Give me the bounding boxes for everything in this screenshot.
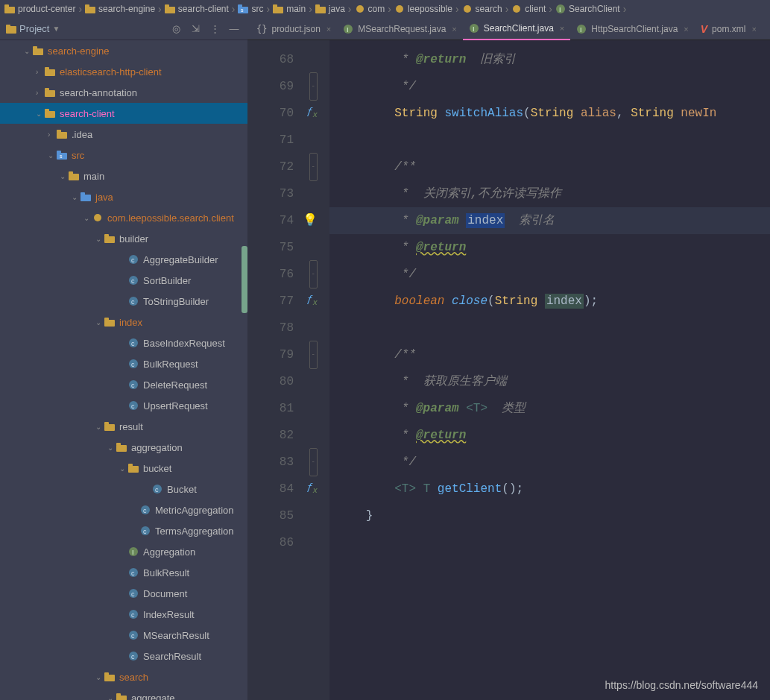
code-line[interactable] (329, 529, 770, 556)
tree-item[interactable]: ⌄index (0, 312, 247, 332)
tree-item[interactable]: cBucket (0, 479, 247, 499)
fold-icon[interactable]: - (309, 341, 318, 369)
bulb-icon[interactable]: 💡 (303, 207, 318, 234)
fold-icon[interactable]: - (309, 153, 318, 181)
breadcrumb-item[interactable]: search (462, 4, 502, 14)
tree-item[interactable]: cIndexResult (0, 604, 247, 625)
tree-item[interactable]: IAggregation (0, 541, 247, 562)
editor-tab[interactable]: ISearchClient.java× (463, 18, 571, 40)
target-icon[interactable]: ◎ (168, 22, 183, 37)
tree-item[interactable]: ›elasticsearch-http-client (0, 61, 247, 82)
fold-icon[interactable]: - (309, 448, 318, 476)
code-line[interactable]: String switchAlias(String alias, String … (329, 100, 770, 127)
close-icon[interactable]: × (560, 24, 564, 33)
code-line[interactable]: * @return (329, 234, 770, 261)
tree-label: DeleteRequest (143, 379, 207, 391)
code-line[interactable]: * 关闭索引,不允许读写操作 (329, 180, 770, 207)
tree-label: MSearchResult (143, 630, 209, 641)
code-line[interactable]: boolean close(String index); (329, 288, 770, 315)
tree-item[interactable]: cAggregateBuilder (0, 249, 247, 270)
line-number: 75 (247, 234, 324, 261)
tree-item[interactable]: cBaseIndexRequest (0, 332, 247, 353)
tree-item[interactable]: ⌄builder (0, 228, 247, 249)
code-line[interactable]: */ (329, 261, 770, 288)
editor-tab[interactable]: {}product.json× (250, 18, 337, 40)
editor-tab[interactable]: IMSearchRequest.java× (337, 18, 463, 40)
breadcrumb-item[interactable]: com (355, 4, 385, 14)
tree-scrollbar[interactable] (242, 82, 247, 700)
breadcrumb-item[interactable]: ssrc (238, 4, 263, 14)
tree-item[interactable]: cToStringBuilder (0, 291, 247, 312)
line-number: 72- (247, 154, 324, 180)
code-line[interactable]: * @param index 索引名 (329, 207, 770, 234)
tree-item[interactable]: cDeleteRequest (0, 374, 247, 395)
close-icon[interactable]: × (452, 25, 456, 34)
tree-item[interactable]: cUpsertRequest (0, 395, 247, 416)
close-icon[interactable]: × (751, 25, 756, 34)
tree-item[interactable]: cTermsAggregation (0, 520, 247, 541)
collapse-icon[interactable]: ⇲ (188, 22, 203, 37)
code-line[interactable] (329, 127, 770, 154)
code-line[interactable]: */ (329, 449, 770, 476)
tree-item[interactable]: ⌄aggregation (0, 437, 247, 458)
svg-rect-9 (273, 7, 283, 13)
breadcrumb-item[interactable]: search-engine (85, 4, 155, 14)
tree-item[interactable]: cBulkRequest (0, 353, 247, 374)
menu-icon[interactable]: ⋮ (207, 22, 222, 37)
tree-item[interactable]: cMetricAggregation (0, 499, 247, 520)
code-line[interactable] (329, 315, 770, 341)
tree-item[interactable]: ⌄com.leepossible.search.client (0, 207, 247, 228)
tree-item[interactable]: ⌄search (0, 666, 247, 687)
tree-item[interactable]: cMSearchResult (0, 625, 247, 646)
breadcrumb-item[interactable]: leepossible (394, 4, 452, 14)
tree-item[interactable]: ⌄bucket (0, 458, 247, 479)
editor-tab[interactable]: Vpom.xml× (695, 18, 763, 40)
close-icon[interactable]: × (326, 25, 331, 34)
breadcrumb-item[interactable]: search-client (165, 4, 229, 14)
tree-item[interactable]: ⌄result (0, 416, 247, 437)
project-selector[interactable]: Project ▼ (6, 23, 60, 34)
project-tree[interactable]: ⌄search-engine›elasticsearch-http-client… (0, 40, 247, 700)
code-line[interactable]: <T> T getClient(); (329, 476, 770, 502)
tree-item[interactable]: ⌄ssrc (0, 145, 247, 165)
tree-item[interactable]: ⌄java (0, 186, 247, 207)
breadcrumb-item[interactable]: ISearchClient (555, 4, 620, 14)
svg-rect-25 (45, 90, 55, 97)
code-line[interactable]: /** (329, 154, 770, 180)
fold-icon[interactable]: - (309, 72, 318, 101)
tree-item[interactable]: ⌄aggregate (0, 687, 247, 700)
code-line[interactable]: */ (329, 73, 770, 100)
line-number: 82 (247, 422, 324, 449)
tree-item[interactable]: ⌄search-engine (0, 40, 247, 61)
breadcrumb-item[interactable]: product-center (4, 4, 75, 14)
code-line[interactable]: /** (329, 341, 770, 368)
tree-item[interactable]: cBulkResult (0, 562, 247, 583)
tree-item[interactable]: cSearchResult (0, 646, 247, 666)
close-icon[interactable]: × (684, 25, 688, 34)
tree-label: TermsAggregation (155, 526, 234, 537)
fold-icon[interactable]: - (309, 260, 318, 288)
breadcrumb-item[interactable]: java (315, 4, 345, 14)
breadcrumb-item[interactable]: main (273, 4, 306, 14)
editor-tab[interactable]: IHttpSearchClient.java× (570, 18, 695, 40)
breadcrumb-item[interactable]: client (511, 4, 546, 14)
code-line[interactable]: * @param <T> 类型 (329, 395, 770, 422)
tree-item[interactable]: ⌄main (0, 165, 247, 186)
tree-item[interactable]: ›search-annotation (0, 82, 247, 103)
class-icon: c (128, 296, 139, 306)
code-line[interactable]: } (329, 502, 770, 529)
tree-item[interactable]: ⌄search-client (0, 103, 247, 124)
code-content[interactable]: * @return 旧索引 */ String switchAlias(Stri… (329, 40, 770, 700)
code-line[interactable]: * @return (329, 422, 770, 449)
minimize-icon[interactable]: — (227, 22, 242, 37)
folder-icon (85, 4, 95, 13)
implement-icon[interactable]: ƒx (307, 286, 318, 316)
code-line[interactable]: * 获取原生客户端 (329, 368, 770, 395)
implement-icon[interactable]: ƒx (307, 474, 318, 504)
tree-item[interactable]: cDocument (0, 583, 247, 604)
tree-item[interactable]: cSortBuilder (0, 270, 247, 291)
code-line[interactable]: * @return 旧索引 (329, 46, 770, 73)
implement-icon[interactable]: ƒx (307, 98, 318, 128)
tree-item[interactable]: ›.idea (0, 124, 247, 145)
code-editor[interactable]: 6869-70ƒx7172-7374💡7576-77ƒx7879-8081828… (247, 40, 770, 700)
